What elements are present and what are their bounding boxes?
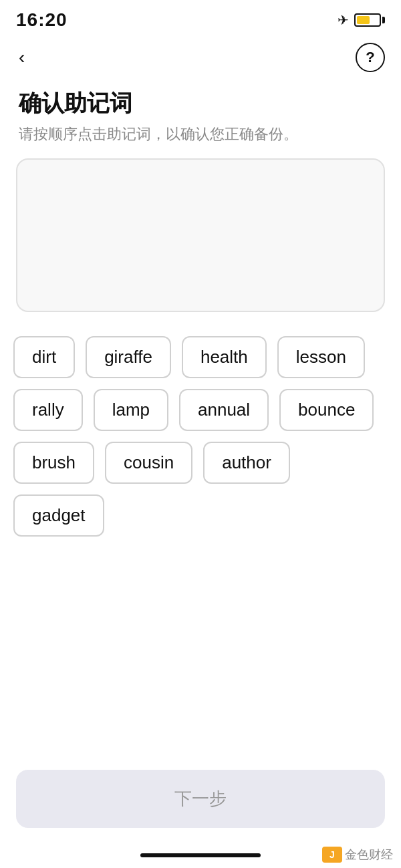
back-button[interactable]: ‹: [16, 45, 27, 69]
word-chip-dirt[interactable]: dirt: [13, 336, 75, 378]
nav-bar: ‹ ?: [0, 37, 401, 83]
chips-container: dirtgiraffehealthlessonrallylampannualbo…: [0, 331, 401, 542]
status-icons: ✈: [338, 12, 385, 28]
status-bar: 16:20 ✈: [0, 0, 401, 37]
word-chip-cousin[interactable]: cousin: [105, 442, 192, 484]
watermark-logo: J: [322, 847, 342, 863]
word-chip-lamp[interactable]: lamp: [94, 389, 168, 431]
status-time: 16:20: [16, 9, 68, 31]
home-indicator: [140, 853, 261, 857]
word-chip-gadget[interactable]: gadget: [13, 494, 104, 537]
watermark-text: 金色财经: [345, 847, 393, 863]
bottom-section: 下一步: [16, 770, 385, 828]
page-subtitle: 请按顺序点击助记词，以确认您正确备份。: [19, 124, 382, 145]
help-button[interactable]: ?: [356, 43, 385, 72]
battery-tip: [382, 17, 385, 23]
page-title: 确认助记词: [19, 88, 382, 119]
word-chip-health[interactable]: health: [182, 336, 267, 378]
word-chip-author[interactable]: author: [203, 442, 290, 484]
battery-body: [354, 13, 381, 27]
watermark: J 金色财经: [322, 847, 393, 863]
word-chip-annual[interactable]: annual: [179, 389, 269, 431]
word-chip-brush[interactable]: brush: [13, 442, 94, 484]
answer-area: [16, 158, 385, 312]
word-chip-lesson[interactable]: lesson: [277, 336, 365, 378]
word-chip-bounce[interactable]: bounce: [279, 389, 374, 431]
page-header: 确认助记词 请按顺序点击助记词，以确认您正确备份。: [0, 83, 401, 158]
battery-fill: [357, 16, 370, 24]
next-button[interactable]: 下一步: [16, 770, 385, 828]
airplane-icon: ✈: [338, 12, 349, 28]
word-chip-giraffe[interactable]: giraffe: [86, 336, 171, 378]
battery-icon: [354, 13, 385, 27]
word-chip-rally[interactable]: rally: [13, 389, 83, 431]
